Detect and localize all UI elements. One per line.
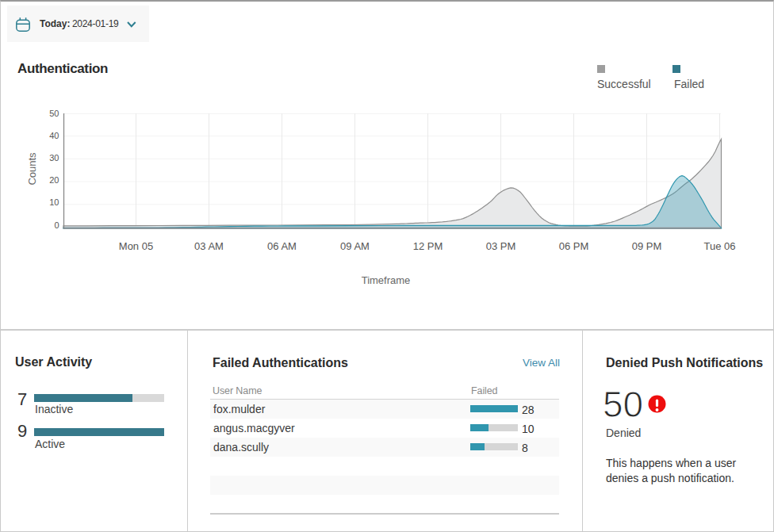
svg-text:0: 0 xyxy=(54,220,59,230)
svg-text:06 AM: 06 AM xyxy=(267,240,297,252)
svg-text:Tue 06: Tue 06 xyxy=(704,240,736,252)
svg-text:Counts: Counts xyxy=(26,152,38,186)
svg-text:10: 10 xyxy=(49,197,59,207)
svg-text:09 PM: 09 PM xyxy=(632,240,662,252)
svg-text:03 PM: 03 PM xyxy=(486,240,516,252)
svg-text:20: 20 xyxy=(49,175,59,185)
svg-text:03 AM: 03 AM xyxy=(194,240,224,252)
svg-text:30: 30 xyxy=(49,153,59,163)
svg-text:40: 40 xyxy=(49,131,59,140)
svg-text:Mon 05: Mon 05 xyxy=(119,240,153,252)
svg-text:06 PM: 06 PM xyxy=(559,240,589,252)
svg-text:50: 50 xyxy=(49,109,59,118)
svg-text:Timeframe: Timeframe xyxy=(362,274,411,286)
svg-text:09 AM: 09 AM xyxy=(340,240,370,252)
svg-text:12 PM: 12 PM xyxy=(413,240,443,252)
